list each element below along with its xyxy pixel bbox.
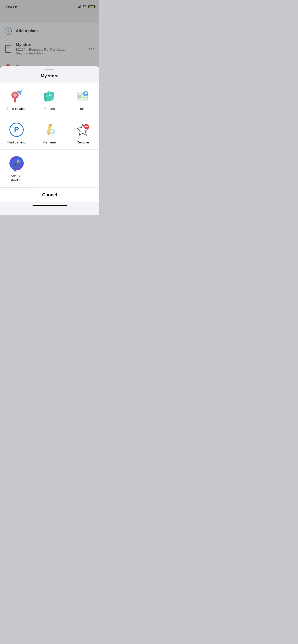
send-location-label: Send location bbox=[6, 107, 26, 111]
rename-button[interactable]: Rename bbox=[33, 116, 66, 150]
microphone-icon: 🎤 bbox=[13, 160, 20, 167]
rename-label: Rename bbox=[43, 140, 56, 145]
actions-grid: Send location Routes bbox=[0, 82, 99, 187]
parking-circle: P bbox=[9, 123, 24, 137]
add-siri-button[interactable]: 🎤 Add Siri shortcut bbox=[0, 150, 33, 187]
routes-icon bbox=[42, 88, 58, 104]
find-parking-icon: P bbox=[8, 122, 25, 138]
send-location-button[interactable]: Send location bbox=[0, 82, 33, 116]
svg-point-28 bbox=[50, 130, 53, 132]
find-parking-label: Find parking bbox=[7, 140, 26, 145]
cancel-button[interactable]: Cancel bbox=[0, 187, 99, 202]
empty-cell-2 bbox=[66, 150, 99, 187]
routes-label: Routes bbox=[44, 107, 55, 111]
sheet-title: My store bbox=[0, 70, 99, 82]
info-button[interactable]: Info bbox=[66, 82, 99, 116]
add-siri-icon: 🎤 bbox=[8, 155, 25, 171]
info-icon bbox=[75, 88, 91, 104]
remove-button[interactable]: Remove bbox=[66, 116, 99, 150]
home-indicator bbox=[33, 205, 67, 206]
send-location-icon bbox=[8, 88, 25, 104]
rename-icon bbox=[42, 122, 58, 138]
add-siri-label: Add Siri shortcut bbox=[10, 174, 22, 183]
remove-icon bbox=[75, 122, 91, 138]
siri-bubble: 🎤 bbox=[9, 156, 24, 170]
empty-cell-1 bbox=[33, 150, 66, 187]
routes-button[interactable]: Routes bbox=[33, 82, 66, 116]
remove-label: Remove bbox=[77, 140, 89, 145]
svg-point-8 bbox=[13, 93, 17, 97]
action-sheet: My store Send location bbox=[0, 66, 99, 215]
find-parking-button[interactable]: P Find parking bbox=[0, 116, 33, 150]
info-label: Info bbox=[80, 107, 86, 111]
svg-rect-20 bbox=[78, 95, 81, 98]
cancel-label: Cancel bbox=[42, 192, 57, 198]
